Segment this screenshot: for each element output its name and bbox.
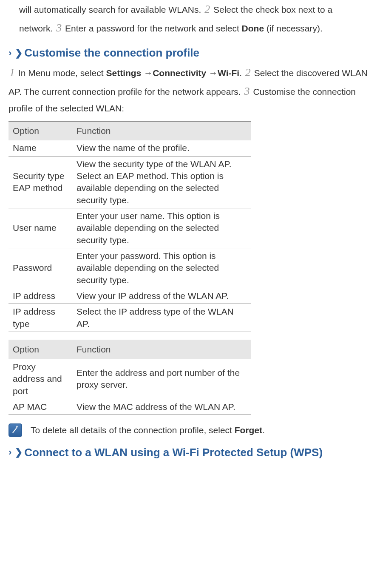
section-heading-wps: › ❯ Connect to a WLAN using a Wi-Fi Prot… [9, 446, 368, 460]
cell-option: Password [9, 248, 72, 288]
table-header-row: Option Function [9, 121, 251, 140]
step-number-2: 2 [244, 66, 252, 79]
table-row: PasswordEnter your password. This option… [9, 248, 251, 288]
header-option: Option [9, 340, 72, 359]
note-icon [9, 423, 22, 437]
intro-text-3: Enter a password for the network and sel… [62, 23, 241, 33]
cell-function: View your IP address of the WLAN AP. [72, 288, 251, 304]
table-row: User nameEnter your user name. This opti… [9, 208, 251, 248]
note-text: To delete all details of the connection … [31, 423, 265, 438]
arrow-icon: → [206, 68, 218, 78]
path-wifi: Wi-Fi [218, 68, 239, 78]
cell-function: View the security type of the WLAN AP. S… [72, 156, 251, 208]
path-connectivity: Connectivity [153, 68, 206, 78]
forget-label: Forget [235, 425, 262, 435]
heading-text: Connect to a WLAN using a Wi-Fi Protecte… [24, 446, 323, 460]
cell-function: View the name of the profile. [72, 140, 251, 156]
chevron-icon: › [9, 446, 11, 458]
step-number-2: 2 [204, 3, 211, 15]
options-table-2: Option Function Proxy address and portEn… [9, 340, 251, 415]
text-1a: In Menu mode, select [16, 68, 106, 78]
chevron-icon: ❯ [15, 45, 23, 61]
header-option: Option [9, 121, 72, 140]
customise-paragraph: 1 In Menu mode, select Settings →Connect… [9, 63, 368, 116]
cell-function: View the MAC address of the WLAN AP. [72, 399, 251, 415]
cell-function: Enter the address and port number of the… [72, 359, 251, 399]
note-row: To delete all details of the connection … [9, 423, 368, 438]
cell-option: IP address type [9, 304, 72, 332]
table-header-row: Option Function [9, 340, 251, 359]
table-row: NameView the name of the profile. [9, 140, 251, 156]
done-label: Done [242, 23, 264, 33]
header-function: Function [72, 121, 251, 140]
note-body: To delete all details of the connection … [31, 425, 235, 435]
step-number-1: 1 [9, 66, 16, 79]
path-settings: Settings [106, 68, 141, 78]
cell-option: Security type EAP method [9, 156, 72, 208]
step-number-3: 3 [55, 22, 62, 34]
cell-function: Enter your password. This option is avai… [72, 248, 251, 288]
options-table-1: Option Function NameView the name of the… [9, 121, 251, 332]
table-row: IP address typeSelect the IP address typ… [9, 304, 251, 332]
section-heading-customise: › ❯ Customise the connection profile [9, 43, 368, 62]
intro-text-1: will automatically search for available … [19, 5, 204, 14]
cell-option: User name [9, 208, 72, 248]
heading-text: Customise the connection profile [24, 43, 199, 62]
cell-function: Enter your user name. This option is ava… [72, 208, 251, 248]
table-row: Security type EAP methodView the securit… [9, 156, 251, 208]
table-row: Proxy address and portEnter the address … [9, 359, 251, 399]
intro-paragraph: will automatically search for available … [19, 0, 368, 37]
cell-option: Proxy address and port [9, 359, 72, 399]
text-1b: . [239, 68, 244, 78]
cell-function: Select the IP address type of the WLAN A… [72, 304, 251, 332]
cell-option: AP MAC [9, 399, 72, 415]
chevron-icon: › [9, 45, 11, 61]
table-row: AP MACView the MAC address of the WLAN A… [9, 399, 251, 415]
cell-option: Name [9, 140, 72, 156]
cell-option: IP address [9, 288, 72, 304]
table-row: IP addressView your IP address of the WL… [9, 288, 251, 304]
chevron-icon: ❯ [15, 446, 23, 458]
arrow-icon: → [141, 68, 153, 78]
step-number-3: 3 [244, 85, 251, 97]
note-tail: . [262, 425, 265, 435]
header-function: Function [72, 340, 251, 359]
intro-text-4: (if necessary). [264, 23, 323, 33]
